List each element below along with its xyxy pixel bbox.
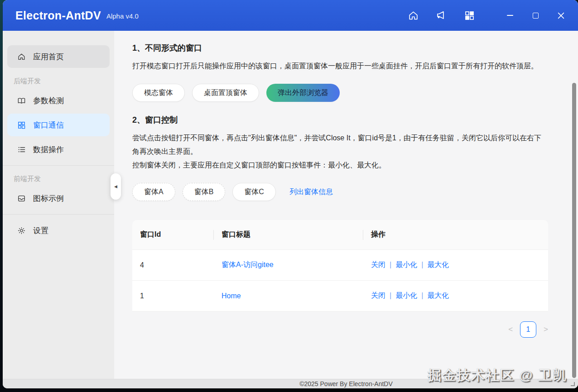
announcement-icon[interactable] — [435, 9, 448, 22]
window-a-button[interactable]: 窗体A — [132, 183, 175, 201]
sidebar-item-icon-examples[interactable]: 图标示例 — [7, 187, 110, 210]
window-title-link[interactable]: 窗体A-访问gitee — [222, 261, 274, 268]
pagination-next-icon[interactable]: > — [544, 325, 548, 334]
chevron-left-icon: ◀ — [114, 184, 117, 189]
section1-heading: 1、不同形式的窗口 — [132, 43, 548, 53]
op-close-link[interactable]: 关闭 — [371, 261, 385, 268]
main-content: 1、不同形式的窗口 打开模态窗口打开后只能操作应用中的该窗口，桌面置顶窗体一般应… — [114, 31, 578, 379]
sidebar-item-label: 应用首页 — [33, 52, 64, 62]
sidebar-item-home[interactable]: 应用首页 — [7, 45, 110, 68]
sidebar-group-frontend: 前端开发 — [14, 175, 114, 183]
sidebar-collapse-handle[interactable]: ◀ — [111, 173, 121, 200]
pagination: < 1 > — [132, 321, 548, 338]
sidebar: 应用首页 后端开发 参数检测 窗口通信 数据操作 前端开发 图标示例 — [3, 31, 114, 379]
window-title-link[interactable]: Home — [222, 292, 241, 300]
op-separator: | — [390, 261, 391, 268]
open-external-browser-button[interactable]: 弹出外部浏览器 — [266, 84, 340, 102]
op-minimize-link[interactable]: 最小化 — [395, 261, 417, 268]
window-b-button[interactable]: 窗体B — [183, 183, 226, 201]
inbox-icon — [17, 194, 26, 203]
sidebar-item-params[interactable]: 参数检测 — [7, 89, 110, 112]
desktop-topmost-button[interactable]: 桌面置顶窗体 — [192, 84, 259, 102]
sidebar-divider — [3, 165, 114, 166]
section2-paragraph-line2: 控制窗体关闭，主要应用在自定义窗口顶部的窗口按钮事件：最小化、最大化。 — [132, 158, 548, 172]
sidebar-item-label: 参数检测 — [33, 96, 64, 106]
app-window: Electron-AntDV Alpha v4.0 — [3, 0, 578, 388]
titlebar: Electron-AntDV Alpha v4.0 — [3, 0, 578, 31]
app-version-badge: Alpha v4.0 — [106, 11, 139, 20]
blocks-icon — [17, 121, 26, 129]
scrollbar[interactable] — [572, 83, 576, 378]
sidebar-item-label: 设置 — [33, 225, 48, 236]
sidebar-item-label: 图标示例 — [33, 193, 64, 204]
gear-icon — [17, 226, 26, 235]
home-icon[interactable] — [407, 9, 419, 22]
table-header-row: 窗口Id 窗口标题 操作 — [132, 220, 548, 250]
column-header-actions: 操作 — [363, 220, 548, 250]
resize-grip[interactable] — [571, 382, 575, 386]
maximize-button[interactable] — [529, 9, 542, 22]
op-maximize-link[interactable]: 最大化 — [427, 261, 449, 268]
window-c-button[interactable]: 窗体C — [232, 183, 276, 201]
section2-heading: 2、窗口控制 — [132, 115, 548, 125]
footer: ©2025 Power By Electron-AntDV — [3, 379, 578, 388]
close-button[interactable] — [554, 9, 567, 22]
table-row: 4 窗体A-访问gitee 关闭|最小化|最大化 — [132, 250, 548, 281]
op-close-link[interactable]: 关闭 — [371, 292, 385, 299]
section1-paragraph: 打开模态窗口打开后只能操作应用中的该窗口，桌面置顶窗体一般应用于一些桌面挂件，开… — [132, 59, 548, 73]
sidebar-divider — [3, 214, 114, 215]
app-title: Electron-AntDV — [15, 9, 101, 22]
book-icon — [17, 96, 26, 105]
pagination-prev-icon[interactable]: < — [508, 325, 513, 334]
section2-paragraph-line1: 尝试点击按钮打开不同窗体，再点击"列出窗体信息"，并尝试Close It，窗口i… — [132, 131, 548, 158]
pagination-page-1[interactable]: 1 — [520, 321, 536, 338]
list-icon — [17, 145, 26, 154]
windows-table: 窗口Id 窗口标题 操作 4 窗体A-访问gitee 关闭|最小化|最大化 — [132, 220, 548, 311]
apps-grid-icon[interactable] — [463, 9, 476, 22]
cell-window-id: 1 — [132, 281, 214, 311]
op-separator: | — [421, 292, 423, 299]
sidebar-item-label: 数据操作 — [33, 144, 64, 155]
minimize-button[interactable] — [504, 9, 516, 22]
list-windows-link[interactable]: 列出窗体信息 — [289, 187, 333, 197]
op-separator: | — [390, 292, 391, 299]
house-icon — [17, 53, 26, 61]
table-row: 1 Home 关闭|最小化|最大化 — [132, 281, 548, 311]
footer-text: ©2025 Power By Electron-AntDV — [299, 380, 393, 387]
sidebar-group-backend: 后端开发 — [14, 77, 114, 86]
sidebar-item-settings[interactable]: 设置 — [7, 219, 110, 242]
sidebar-item-window-ipc[interactable]: 窗口通信 — [7, 114, 110, 136]
op-maximize-link[interactable]: 最大化 — [427, 292, 449, 299]
column-header-window-title: 窗口标题 — [214, 220, 363, 250]
op-separator: | — [421, 261, 423, 268]
sidebar-item-data-ops[interactable]: 数据操作 — [7, 138, 110, 161]
op-minimize-link[interactable]: 最小化 — [395, 292, 417, 299]
brand-area: Electron-AntDV Alpha v4.0 — [15, 9, 139, 22]
window-controls — [504, 9, 567, 22]
sidebar-item-label: 窗口通信 — [33, 120, 64, 130]
cell-window-id: 4 — [132, 250, 214, 281]
column-header-window-id: 窗口Id — [132, 220, 214, 250]
modal-window-button[interactable]: 模态窗体 — [132, 84, 185, 102]
